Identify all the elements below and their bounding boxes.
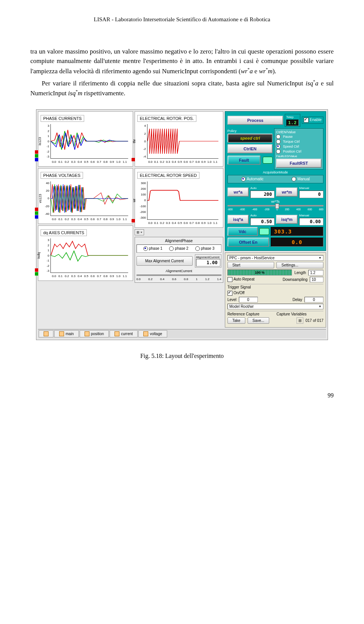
alignment-slider[interactable] <box>136 274 221 276</box>
fault-button[interactable]: Fault <box>228 156 261 165</box>
length-input[interactable]: 1.2 <box>308 270 323 276</box>
offset-button[interactable]: Offset En <box>228 238 269 247</box>
max-alignment-button[interactable]: Max Alignment Current <box>136 256 193 266</box>
phase1-radio[interactable]: phase 1 <box>143 246 163 251</box>
phase-voltages-plot: PHASE VOLTAGES vs123 40200-20-40 0.00.10… <box>38 168 133 224</box>
tab-current[interactable]: current <box>110 330 138 337</box>
wrm-input[interactable]: 0 <box>299 191 323 198</box>
wrm-button[interactable]: wr*m <box>276 188 298 197</box>
position-radio[interactable]: Position Ctrl <box>276 149 322 154</box>
vdc-button[interactable]: Vdc <box>228 227 258 236</box>
downsampling-input[interactable]: 10 <box>310 277 323 282</box>
tab-main[interactable]: main <box>54 330 79 337</box>
manual-radio[interactable]: Manual <box>292 177 310 181</box>
progress-bar: 100 % <box>228 269 292 276</box>
start-button[interactable]: Start <box>228 262 275 268</box>
fault-led <box>263 157 273 164</box>
model-dropdown[interactable]: Model Root/wr▼ <box>228 304 323 309</box>
tab-handle-icon[interactable] <box>39 330 53 337</box>
enable-checkbox[interactable] <box>304 118 309 123</box>
bottom-tabs: main position current voltage <box>38 329 326 338</box>
offset-display: 0.0 <box>271 238 323 247</box>
alignment-panel: AlignmentPhase phase 1 phase 2 phase 3 M… <box>135 237 223 283</box>
page-header: LISAR - Laboratorio Intersettoriale Scie… <box>30 15 334 24</box>
rotor-speed-plot: ELECTRICAL ROTOR SPEED wr 3002001000-100… <box>135 168 223 228</box>
take-button[interactable]: Take <box>228 317 245 324</box>
isqm-button[interactable]: isq*m <box>276 215 298 224</box>
level-input[interactable]: 0 <box>239 297 258 303</box>
save-button[interactable]: Save... <box>248 317 269 324</box>
tab-position[interactable]: position <box>80 330 109 337</box>
ctrlen-button[interactable]: CtrlEN <box>228 144 273 153</box>
acquisition-panel: PPC - pmsm - HostService▼ StartSettings.… <box>225 252 326 328</box>
vdc-display: 303.3 <box>271 227 323 236</box>
rotor-position-plot: ELECTRICAL ROTOR. POS. thr 420-2-4 0.00.… <box>135 111 223 167</box>
torque-radio[interactable]: Torque Ctrl <box>276 139 322 144</box>
dq-currents-plot: dq AXES CURRENTS isdq 3210-1-2-3 0.00.10… <box>38 225 133 281</box>
isqa-input[interactable]: 0.50 <box>250 218 275 225</box>
vdc-led <box>259 228 269 235</box>
automatic-radio[interactable]: Automatic <box>241 177 264 181</box>
figure-caption: Fig. 5.18: Layout dell'esperimento <box>30 351 334 361</box>
alignment-current-input[interactable]: 1.00 <box>196 259 220 266</box>
experiment-layout-figure: PHASE CURRENTS is123 3210-1-2-3 0.00.10.… <box>36 109 328 340</box>
source-dropdown[interactable]: PPC - pmsm - HostService▼ <box>228 255 323 261</box>
capture-icon[interactable]: ⊞ <box>297 317 303 324</box>
delay-input[interactable]: 0 <box>304 297 323 303</box>
faultrst-button[interactable]: FaultRST <box>276 159 322 168</box>
isqa-button[interactable]: isq*a <box>228 215 249 224</box>
phase2-radio[interactable]: phase 2 <box>169 246 188 251</box>
wra-input[interactable]: 200 <box>250 191 275 198</box>
speed-radio[interactable]: Speed Ctrl <box>276 144 322 149</box>
body-text: tra un valore massimo positivo, un valor… <box>30 47 334 98</box>
wra-button[interactable]: wr*a <box>228 188 249 197</box>
pause-radio[interactable]: Pause <box>276 134 322 139</box>
settings-button[interactable]: Settings... <box>276 262 323 268</box>
isqm-input[interactable]: 0.00 <box>299 218 323 225</box>
process-button[interactable]: Process <box>228 116 283 125</box>
control-panel: Process Tstep1.2 Enable Policy speed ctr… <box>225 111 326 251</box>
phase3-radio[interactable]: phase 3 <box>195 246 215 251</box>
speed-ctrl-display: speed ctrl <box>228 134 273 143</box>
page-number: 99 <box>30 391 334 400</box>
para2: Per variare il riferimento di coppia nel… <box>42 79 306 87</box>
panel-icon[interactable]: ⊞ × <box>135 229 144 235</box>
onoff-check[interactable]: On/Off <box>228 291 245 296</box>
tab-voltage[interactable]: voltage <box>138 330 167 337</box>
para1: tra un valore massimo positivo, un valor… <box>30 48 334 75</box>
autorepeat-check[interactable]: Auto Repeat <box>228 277 255 282</box>
phase-currents-plot: PHASE CURRENTS is123 3210-1-2-3 0.00.10.… <box>38 111 133 167</box>
wrts-slider[interactable] <box>228 205 323 206</box>
